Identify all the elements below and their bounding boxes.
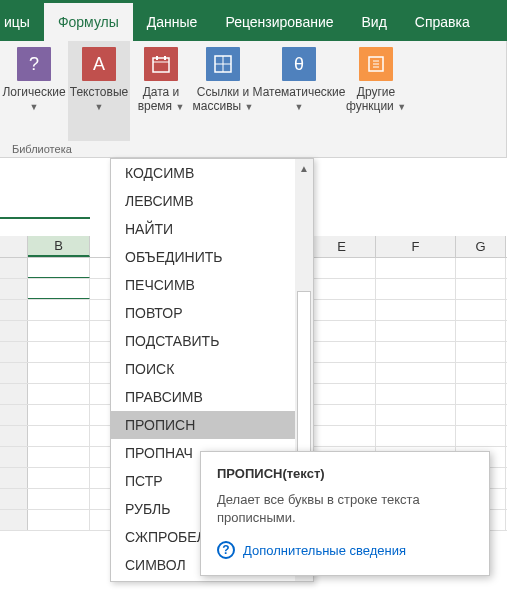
- logical-label: Логические: [2, 85, 65, 99]
- chevron-down-icon: ▼: [295, 102, 304, 112]
- datetime-label2: время: [138, 99, 172, 113]
- tab-partial[interactable]: ицы: [0, 0, 44, 41]
- text-button[interactable]: A Текстовые▼: [68, 41, 130, 141]
- lookup-label1: Ссылки и: [197, 85, 249, 99]
- svg-rect-2: [156, 56, 158, 60]
- ribbon-tabs: ицы Формулы Данные Рецензирование Вид Сп…: [0, 0, 484, 41]
- tab-view[interactable]: Вид: [348, 0, 401, 41]
- text-icon: A: [82, 47, 116, 81]
- math-button[interactable]: θ Математические▼: [254, 41, 344, 141]
- tab-data[interactable]: Данные: [133, 0, 212, 41]
- lookup-button[interactable]: Ссылки имассивы ▼: [192, 41, 254, 141]
- menu-item-naiti[interactable]: НАЙТИ: [111, 215, 295, 243]
- tab-formulas[interactable]: Формулы: [44, 0, 133, 41]
- menu-item-kodsimv[interactable]: КОДСИМВ: [111, 159, 295, 187]
- chevron-down-icon: ▼: [397, 102, 406, 112]
- question-icon: ?: [17, 47, 51, 81]
- datetime-button[interactable]: Дата ивремя ▼: [130, 41, 192, 141]
- tab-review[interactable]: Рецензирование: [211, 0, 347, 41]
- menu-item-obedinit[interactable]: ОБЪЕДИНИТЬ: [111, 243, 295, 271]
- more-label1: Другие: [357, 85, 395, 99]
- menu-item-pechsimv[interactable]: ПЕЧСИМВ: [111, 271, 295, 299]
- col-header-b[interactable]: B: [28, 236, 90, 257]
- menu-item-povtor[interactable]: ПОВТОР: [111, 299, 295, 327]
- ribbon: ? Логические▼ A Текстовые▼ Дата ивремя ▼…: [0, 41, 507, 158]
- lookup-icon: [206, 47, 240, 81]
- help-link[interactable]: ? Дополнительные сведения: [217, 541, 473, 559]
- book-icon: [359, 47, 393, 81]
- chevron-down-icon: ▼: [95, 102, 104, 112]
- tooltip-title: ПРОПИСН(текст): [217, 466, 473, 481]
- svg-rect-0: [153, 58, 169, 72]
- calendar-icon: [144, 47, 178, 81]
- more-label2: функции: [346, 99, 394, 113]
- title-bar: ицы Формулы Данные Рецензирование Вид Сп…: [0, 0, 507, 41]
- text-label: Текстовые: [70, 85, 128, 99]
- svg-rect-3: [164, 56, 166, 60]
- theta-icon: θ: [282, 47, 316, 81]
- col-header-f[interactable]: F: [376, 236, 456, 257]
- tab-help[interactable]: Справка: [401, 0, 484, 41]
- lookup-label2: массивы: [193, 99, 242, 113]
- menu-item-levsimv[interactable]: ЛЕВСИМВ: [111, 187, 295, 215]
- math-label: Математические: [253, 85, 346, 99]
- more-button[interactable]: Другиефункции ▼: [344, 41, 408, 141]
- chevron-down-icon: ▼: [30, 102, 39, 112]
- menu-item-pravsimv[interactable]: ПРАВСИМВ: [111, 383, 295, 411]
- logical-button[interactable]: ? Логические▼: [0, 41, 68, 141]
- col-header-e[interactable]: E: [308, 236, 376, 257]
- menu-item-podstavit[interactable]: ПОДСТАВИТЬ: [111, 327, 295, 355]
- menu-item-sovpad[interactable]: СОВПАД: [111, 579, 295, 581]
- menu-item-poisk[interactable]: ПОИСК: [111, 355, 295, 383]
- tooltip-description: Делает все буквы в строке текста прописн…: [217, 491, 473, 527]
- col-header-g[interactable]: G: [456, 236, 506, 257]
- help-icon: ?: [217, 541, 235, 559]
- group-label: Библиотека: [0, 141, 506, 157]
- scroll-thumb[interactable]: [297, 291, 311, 461]
- chevron-down-icon: ▼: [175, 102, 184, 112]
- select-all-corner[interactable]: [0, 236, 28, 257]
- menu-item-propisn[interactable]: ПРОПИСН: [111, 411, 295, 439]
- datetime-label1: Дата и: [143, 85, 180, 99]
- function-tooltip: ПРОПИСН(текст) Делает все буквы в строке…: [200, 451, 490, 576]
- scroll-up-arrow-icon[interactable]: ▲: [295, 159, 313, 177]
- selection-top-border: [0, 217, 90, 219]
- help-link-label: Дополнительные сведения: [243, 543, 406, 558]
